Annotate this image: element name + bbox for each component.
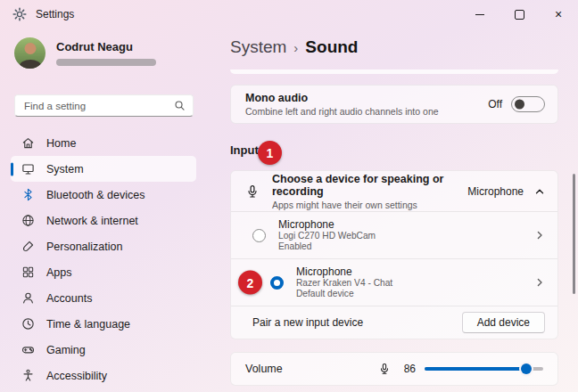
avatar [14, 37, 45, 69]
mono-audio-title: Mono audio [245, 92, 488, 104]
selected-input-device: Microphone [467, 185, 524, 198]
breadcrumb-separator-icon: › [293, 40, 298, 55]
sidebar-item-apps[interactable]: Apps [11, 259, 196, 285]
scrollbar-thumb[interactable] [573, 174, 575, 294]
globe-icon [21, 214, 35, 227]
add-device-button[interactable]: Add device [462, 312, 545, 333]
clock-icon [21, 317, 35, 331]
maximize-icon [515, 10, 524, 20]
close-button[interactable]: × [539, 0, 578, 29]
sidebar-item-label: System [46, 163, 84, 176]
sidebar-item-label: Apps [46, 266, 72, 279]
device-row-razer-kraken[interactable]: 2 Microphone Razer Kraken V4 - Chat Defa… [231, 258, 557, 306]
bluetooth-icon [21, 188, 35, 201]
volume-slider[interactable] [425, 367, 543, 371]
breadcrumb: System › Sound [230, 37, 358, 57]
input-section-label: Input [230, 143, 259, 157]
chevron-right-icon[interactable] [534, 277, 545, 288]
sidebar-item-label: Bluetooth & devices [46, 189, 145, 201]
annotation-badge-1: 1 [258, 141, 282, 165]
system-icon [21, 162, 35, 176]
accessibility-icon [21, 369, 35, 382]
page-title: Sound [305, 37, 358, 57]
scrollbar[interactable] [573, 69, 575, 388]
caption-buttons: × [460, 0, 578, 29]
user-profile[interactable]: Codrut Neagu [14, 37, 156, 69]
microphone-icon [245, 184, 260, 199]
sidebar-item-accessibility[interactable]: Accessibility [11, 363, 196, 388]
device-model: Razer Kraken V4 - Chat [296, 278, 534, 289]
maximize-button[interactable] [500, 0, 539, 29]
device-model: Logi C270 HD WebCam [278, 231, 534, 241]
window-title: Settings [36, 8, 74, 20]
sidebar-item-label: Gaming [46, 344, 86, 356]
search-box[interactable] [14, 94, 194, 117]
device-name: Microphone [296, 266, 534, 278]
volume-slider-thumb[interactable] [521, 363, 532, 374]
device-status: Enabled [278, 241, 534, 252]
device-row-logi-webcam[interactable]: Microphone Logi C270 HD WebCam Enabled [231, 211, 557, 258]
close-icon: × [555, 7, 562, 21]
mono-audio-card: Mono audio Combine left and right audio … [230, 85, 558, 124]
sidebar-item-accounts[interactable]: Accounts [11, 285, 196, 311]
volume-slider-fill [425, 367, 526, 371]
apps-grid-icon [21, 265, 35, 279]
toggle-knob [515, 100, 524, 110]
settings-gear-icon [12, 7, 27, 21]
annotation-badge-2: 2 [238, 271, 262, 295]
user-email-redacted [56, 59, 156, 66]
sidebar: Codrut Neagu Home [0, 29, 207, 392]
sidebar-item-time-language[interactable]: Time & language [11, 311, 196, 337]
sidebar-item-system[interactable]: System [11, 156, 196, 182]
sidebar-item-label: Network & internet [46, 215, 138, 227]
search-input[interactable] [22, 100, 174, 112]
settings-cards: Mono audio Combine left and right audio … [230, 69, 558, 386]
brush-icon [21, 240, 35, 253]
radio-selected[interactable] [270, 276, 284, 290]
person-icon [21, 291, 35, 305]
sidebar-item-bluetooth-devices[interactable]: Bluetooth & devices [11, 182, 196, 208]
radio-unselected[interactable] [252, 229, 266, 242]
breadcrumb-root[interactable]: System [230, 37, 286, 57]
home-icon [21, 136, 35, 150]
previous-card-edge [230, 69, 558, 74]
sidebar-item-label: Home [46, 137, 76, 150]
input-device-title: Choose a device for speaking or recordin… [272, 173, 467, 198]
sidebar-item-personalization[interactable]: Personalization [11, 233, 196, 259]
volume-label: Volume [245, 363, 378, 375]
volume-value: 86 [400, 363, 416, 375]
sidebar-item-label: Accounts [46, 292, 92, 305]
volume-mic-icon [378, 363, 391, 375]
sidebar-item-home[interactable]: Home [11, 130, 196, 156]
input-section-header: Input 1 [230, 143, 558, 158]
sidebar-nav: Home System Bluetooth & devices [11, 130, 196, 388]
search-icon [174, 100, 186, 111]
volume-card: Volume 86 [230, 352, 558, 386]
minimize-button[interactable] [460, 0, 500, 29]
mono-audio-state-label: Off [488, 98, 502, 110]
input-device-header[interactable]: Choose a device for speaking or recordin… [231, 171, 557, 211]
settings-window: Settings × Codrut Neagu [0, 0, 578, 392]
sidebar-item-network-internet[interactable]: Network & internet [11, 208, 196, 233]
pair-device-row: Pair a new input device Add device [231, 306, 557, 339]
pair-device-label: Pair a new input device [252, 316, 462, 329]
user-name: Codrut Neagu [56, 41, 156, 53]
sidebar-item-label: Personalization [46, 241, 122, 253]
main-content: System › Sound Mono audio Combine left a… [207, 29, 578, 392]
selected-accent-bar [11, 162, 13, 176]
chevron-up-icon[interactable] [534, 186, 545, 197]
device-name: Microphone [278, 219, 534, 231]
chevron-right-icon[interactable] [534, 230, 545, 241]
sidebar-item-label: Time & language [46, 318, 130, 331]
sidebar-item-label: Accessibility [46, 370, 107, 382]
input-device-expander: Choose a device for speaking or recordin… [230, 170, 558, 339]
sidebar-item-gaming[interactable]: Gaming [11, 337, 196, 363]
titlebar: Settings × [0, 0, 578, 29]
gamepad-icon [21, 343, 35, 356]
minimize-icon [475, 14, 484, 15]
device-status: Default device [296, 289, 534, 299]
mono-audio-toggle[interactable] [511, 96, 545, 112]
input-device-description: Apps might have their own settings [272, 200, 467, 210]
mono-audio-description: Combine left and right audio channels in… [245, 106, 488, 117]
